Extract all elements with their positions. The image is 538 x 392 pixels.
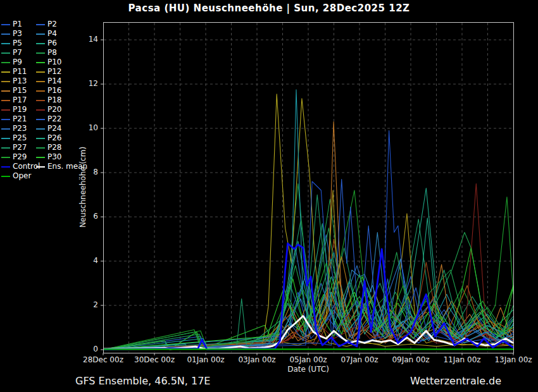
x-tick-05jan-00z: 05Jan 00z <box>284 355 332 364</box>
x-tick-01jan-00z: 01Jan 00z <box>182 355 230 364</box>
y-axis-label: Neuschneehöhe (cm) <box>78 147 87 228</box>
x-tick-30dec-00z: 30Dec 00z <box>130 355 178 364</box>
model-info-text: GFS Ensemble, 46.5N, 17E <box>75 375 210 387</box>
y-tick-0: 0 <box>77 345 98 353</box>
x-tick-28dec-00z: 28Dec 00z <box>79 355 127 364</box>
ensemble-chart-screen: Pacsa (HU) Neuschneehöhe | Sun, 28Dec202… <box>0 0 538 392</box>
x-tick-13jan-00z: 13Jan 00z <box>489 355 537 364</box>
x-tick-09jan-00z: 09Jan 00z <box>387 355 435 364</box>
y-tick-2: 2 <box>77 300 98 309</box>
y-tick-14: 14 <box>77 35 98 44</box>
x-tick-03jan-00z: 03Jan 00z <box>233 355 281 364</box>
x-axis-label: Date (UTC) <box>0 365 538 374</box>
y-tick-4: 4 <box>77 256 98 265</box>
watermark-text: Wetterzentrale.de <box>410 375 501 387</box>
y-tick-12: 12 <box>77 79 98 88</box>
x-tick-11jan-00z: 11Jan 00z <box>438 355 486 364</box>
y-tick-10: 10 <box>77 123 98 132</box>
x-tick-07jan-00z: 07Jan 00z <box>335 355 384 364</box>
